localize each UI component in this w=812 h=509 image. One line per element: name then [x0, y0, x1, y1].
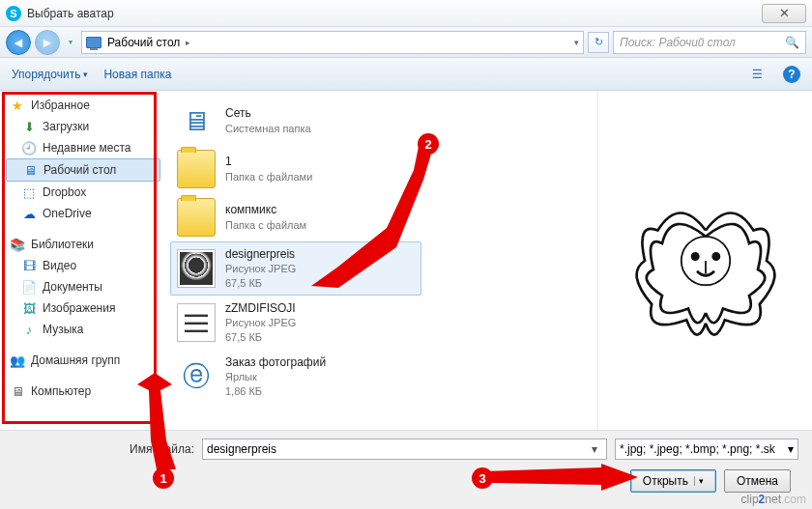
organize-label: Упорядочить: [12, 68, 80, 81]
lion-icon: [619, 174, 793, 348]
chevron-right-icon[interactable]: ▸: [186, 38, 190, 47]
file-item[interactable]: designerpreisРисунок JPEG67,5 КБ: [170, 241, 421, 296]
sidebar-item-icon: 🖥: [22, 162, 38, 178]
file-item[interactable]: 1Папка с файлами: [170, 145, 421, 193]
file-name: Сеть: [225, 105, 311, 121]
sidebar-item-label: Рабочий стол: [44, 163, 116, 177]
breadcrumb[interactable]: Рабочий стол ▸ ▾: [81, 31, 584, 54]
sidebar-favorites-header[interactable]: ★ Избранное: [2, 95, 164, 116]
svg-point-1: [691, 252, 698, 259]
search-placeholder: Поиск: Рабочий стол: [620, 36, 736, 49]
sidebar-item-icon: ⬚: [21, 184, 37, 200]
filetype-filter[interactable]: *.jpg; *.jpeg; *.bmp; *.png; *.sk ▾: [615, 438, 798, 460]
sidebar-item-icon: 🕘: [21, 140, 37, 156]
image-thumbnail-icon: [177, 249, 216, 288]
view-options-button[interactable]: ☰: [746, 64, 768, 85]
skype-icon: S: [6, 6, 21, 21]
new-folder-button[interactable]: Новая папка: [103, 68, 171, 81]
preview-pane: [597, 91, 812, 430]
filter-text: *.jpg; *.jpeg; *.bmp; *.png; *.sk: [620, 442, 784, 456]
file-size: 67,5 КБ: [225, 330, 296, 345]
sidebar-item-label: Видео: [43, 259, 76, 272]
filename-input[interactable]: designerpreis ▾: [202, 438, 607, 460]
file-type: Рисунок JPEG: [225, 316, 296, 330]
dialog-footer: Имя файла: designerpreis ▾ *.jpg; *.jpeg…: [0, 430, 812, 509]
breadcrumb-label: Рабочий стол: [107, 36, 180, 49]
shortcut-icon: ⓔ: [177, 357, 216, 396]
sidebar-item[interactable]: 📄Документы: [2, 276, 164, 297]
chevron-down-icon[interactable]: ▾: [694, 476, 704, 486]
toolbar: Упорядочить ▾ Новая папка ☰ ?: [0, 58, 812, 91]
file-name: designerpreis: [225, 246, 296, 262]
folder-icon: [177, 150, 216, 188]
help-button[interactable]: ?: [783, 66, 800, 83]
sidebar-item[interactable]: 🖥Рабочий стол: [6, 158, 160, 182]
sidebar-item[interactable]: 🕘Недавние места: [2, 137, 164, 158]
annotation-badge-2: 2: [418, 133, 439, 155]
file-name: Заказ фотографий: [225, 354, 326, 370]
sidebar-header-label: Избранное: [31, 99, 90, 112]
sidebar-item-label: Музыка: [43, 323, 83, 336]
sidebar-homegroup[interactable]: 👥 Домашняя групп: [2, 350, 164, 371]
annotation-badge-1: 1: [153, 467, 174, 489]
file-item[interactable]: 🖥СетьСистемная папка: [170, 97, 421, 145]
breadcrumb-drop-icon[interactable]: ▾: [574, 38, 579, 47]
preview-image: [609, 164, 802, 357]
open-label: Открыть: [643, 474, 688, 488]
file-item[interactable]: компмиксПапка с файлам: [170, 193, 421, 241]
navbar: ◄ ► ▾ Рабочий стол ▸ ▾ ↻ Поиск: Рабочий …: [0, 27, 812, 58]
sidebar-item-label: Недавние места: [43, 141, 130, 155]
svg-point-2: [712, 252, 719, 259]
search-input[interactable]: Поиск: Рабочий стол 🔍: [613, 31, 806, 54]
file-size: 1,86 КБ: [225, 384, 326, 399]
filename-label: Имя файла:: [130, 442, 194, 456]
network-icon: 🖥: [177, 101, 216, 140]
dialog-body: ★ Избранное ⬇Загрузки🕘Недавние места🖥Раб…: [0, 91, 812, 430]
file-type: Ярлык: [225, 370, 326, 384]
filename-value: designerpreis: [207, 442, 587, 456]
file-name: компмикс: [225, 202, 306, 217]
sidebar-item[interactable]: 🎞Видео: [2, 255, 164, 276]
sidebar-item[interactable]: 🖼Изображения: [2, 297, 164, 319]
nav-forward-button[interactable]: ►: [35, 30, 60, 55]
image-thumbnail-icon: ▬▬▬▬▬▬▬▬▬: [177, 303, 216, 342]
organize-button[interactable]: Упорядочить ▾: [12, 68, 88, 81]
sidebar-item-icon: 📄: [21, 279, 37, 295]
file-type: Рисунок JPEG: [225, 262, 296, 276]
sidebar-item-icon: 🎞: [21, 258, 37, 273]
file-size: 67,5 КБ: [225, 276, 296, 291]
cancel-button[interactable]: Отмена: [724, 469, 791, 493]
file-item[interactable]: ⓔЗаказ фотографийЯрлык1,86 КБ: [170, 350, 421, 404]
file-name: 1: [225, 154, 312, 169]
sidebar-item-icon: ⬇: [21, 119, 37, 134]
close-button[interactable]: ✕: [762, 4, 806, 23]
sidebar-libraries-header[interactable]: 📚 Библиотеки: [2, 234, 164, 255]
chevron-down-icon[interactable]: ▾: [784, 442, 794, 456]
sidebar-item-icon: ♪: [21, 322, 37, 337]
sidebar-item-label: Dropbox: [43, 185, 86, 199]
sidebar-item[interactable]: ☁OneDrive: [2, 203, 164, 224]
sidebar: ★ Избранное ⬇Загрузки🕘Недавние места🖥Раб…: [0, 91, 166, 430]
sidebar-item-label: Загрузки: [43, 120, 89, 133]
chevron-down-icon[interactable]: ▾: [587, 442, 602, 456]
open-button[interactable]: Открыть ▾: [630, 469, 716, 493]
sidebar-item-label: OneDrive: [43, 207, 92, 220]
folder-icon: [177, 198, 216, 237]
sidebar-item[interactable]: ♪Музыка: [2, 319, 164, 340]
sidebar-item-icon: ☁: [21, 206, 37, 221]
sidebar-computer[interactable]: 🖥 Компьютер: [2, 381, 164, 402]
libraries-icon: 📚: [10, 237, 25, 252]
nav-history-drop[interactable]: ▾: [64, 30, 77, 55]
sidebar-item[interactable]: ⬚Dropbox: [2, 182, 164, 203]
search-icon: 🔍: [785, 36, 799, 49]
sidebar-item[interactable]: ⬇Загрузки: [2, 116, 164, 137]
desktop-icon: [86, 37, 102, 48]
watermark: clip2net.com: [741, 493, 806, 506]
file-item[interactable]: ▬▬▬▬▬▬▬▬▬zZMDIFISOJIРисунок JPEG67,5 КБ: [170, 296, 421, 350]
refresh-button[interactable]: ↻: [588, 32, 609, 53]
nav-back-button[interactable]: ◄: [6, 30, 31, 55]
sidebar-item-label: Домашняя групп: [31, 353, 120, 367]
file-type: Папка с файлам: [225, 218, 306, 233]
file-name: zZMDIFISOJI: [225, 300, 296, 316]
file-type: Системная папка: [225, 122, 311, 136]
